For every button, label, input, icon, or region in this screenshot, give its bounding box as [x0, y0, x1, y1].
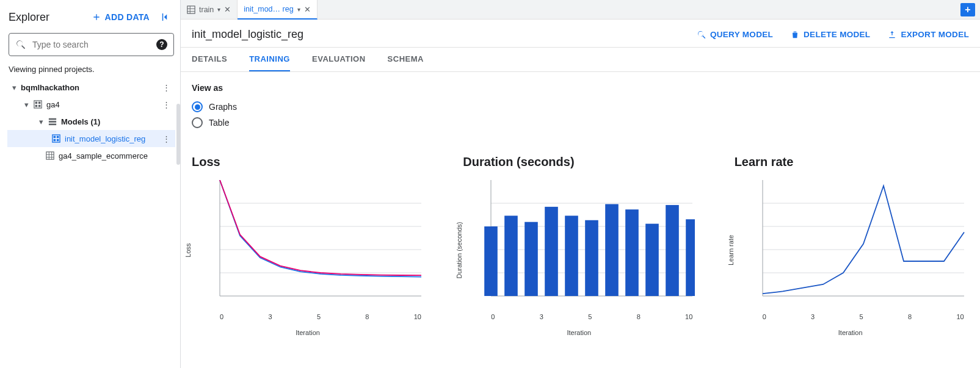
- add-data-button[interactable]: ADD DATA: [92, 12, 150, 22]
- svg-rect-5: [38, 105, 41, 107]
- tree-table[interactable]: ga4_sample_ecommerce: [7, 147, 175, 164]
- x-axis-label: Iteration: [567, 329, 591, 336]
- x-axis-label: Iteration: [296, 329, 320, 336]
- caret-down-icon[interactable]: ▾: [297, 6, 300, 13]
- close-icon[interactable]: ✕: [304, 5, 311, 14]
- svg-rect-8: [49, 124, 56, 126]
- y-axis-label: Loss: [184, 243, 192, 257]
- chart-learn_rate: Learn rateLearn rate035810Iteration: [735, 155, 969, 320]
- view-as-title: View as: [192, 83, 969, 93]
- table-icon: [187, 5, 195, 14]
- dataset-icon: [33, 99, 43, 109]
- view-as-graphs[interactable]: Graphs: [192, 99, 969, 115]
- svg-rect-6: [49, 118, 56, 120]
- svg-rect-35: [485, 226, 498, 296]
- svg-rect-43: [646, 224, 659, 296]
- svg-rect-14: [46, 152, 54, 159]
- chart-plot: Loss035810Iteration: [192, 180, 424, 320]
- svg-rect-42: [626, 209, 639, 296]
- table-icon: [45, 151, 55, 161]
- svg-rect-38: [545, 207, 559, 296]
- svg-rect-40: [586, 220, 599, 296]
- chevron-down-icon: ▾: [10, 83, 18, 92]
- tree-model-selected[interactable]: init_model_logistic_reg ⋮: [7, 130, 175, 147]
- kebab-icon[interactable]: ⋮: [161, 83, 172, 92]
- y-axis-label: Duration (seconds): [456, 222, 463, 279]
- tree-table-label: ga4_sample_ecommerce: [59, 151, 148, 161]
- view-as-table[interactable]: Table: [192, 115, 969, 131]
- chart-plot: Duration (seconds)035810Iteration: [463, 180, 695, 320]
- svg-rect-45: [686, 219, 695, 296]
- svg-rect-44: [666, 205, 680, 296]
- svg-rect-19: [187, 5, 195, 13]
- collapse-sidebar-button[interactable]: [158, 10, 173, 24]
- delete-model-button[interactable]: DELETE MODEL: [790, 30, 870, 40]
- tree-model-label: init_model_logistic_reg: [65, 134, 145, 143]
- search-box[interactable]: ?: [9, 33, 174, 56]
- add-data-label: ADD DATA: [105, 12, 150, 22]
- chart-loss: LossLoss035810Iteration: [192, 155, 426, 320]
- explorer-tree: ▾ bqmlhackathon ⋮ ▾ ga4 ⋮ ▾ Models (1): [7, 79, 175, 164]
- svg-rect-39: [565, 215, 579, 296]
- x-ticks: 035810: [763, 313, 964, 322]
- x-ticks: 035810: [491, 313, 692, 322]
- chart-title: Duration (seconds): [463, 155, 697, 169]
- chart-svg: [192, 180, 424, 308]
- delete-model-label: DELETE MODEL: [804, 30, 870, 39]
- scrollbar[interactable]: [176, 104, 180, 165]
- plus-icon: [92, 12, 101, 22]
- svg-rect-11: [57, 136, 59, 139]
- tree-models-group[interactable]: ▾ Models (1): [7, 113, 175, 130]
- tree-models-group-label: Models (1): [61, 117, 100, 126]
- chart-svg: [463, 180, 695, 308]
- explorer-panel: Explorer ADD DATA ? Viewing pinned proje…: [0, 0, 181, 368]
- svg-rect-2: [35, 102, 38, 104]
- chart-title: Loss: [192, 155, 426, 169]
- chart-plot: Learn rate035810Iteration: [735, 180, 967, 320]
- svg-rect-12: [54, 139, 56, 142]
- svg-rect-10: [54, 136, 56, 139]
- model-icon: [51, 134, 61, 143]
- svg-rect-4: [35, 105, 38, 107]
- svg-rect-3: [38, 102, 41, 104]
- viewing-note: Viewing pinned projects.: [7, 60, 175, 79]
- subtab-evaluation[interactable]: EVALUATION: [312, 48, 366, 71]
- query-model-button[interactable]: QUERY MODEL: [697, 30, 773, 40]
- subtab-training[interactable]: TRAINING: [249, 48, 290, 71]
- caret-down-icon[interactable]: ▾: [217, 6, 220, 13]
- tab-model-label: init_mod… reg: [244, 5, 293, 13]
- search-input[interactable]: [31, 39, 151, 50]
- subtab-details[interactable]: DETAILS: [192, 48, 227, 71]
- subtab-schema[interactable]: SCHEMA: [388, 48, 424, 71]
- explorer-title: Explorer: [9, 11, 49, 24]
- svg-rect-0: [162, 13, 164, 21]
- collapse-icon: [160, 12, 171, 23]
- view-as-table-label: Table: [209, 118, 229, 128]
- tab-model[interactable]: init_mod… reg ▾ ✕: [238, 0, 317, 20]
- close-icon[interactable]: ✕: [224, 5, 231, 14]
- tree-project[interactable]: ▾ bqmlhackathon ⋮: [7, 79, 175, 96]
- svg-rect-41: [606, 204, 619, 296]
- radio-selected-icon: [192, 101, 203, 112]
- chart-title: Learn rate: [735, 155, 969, 169]
- svg-rect-37: [525, 222, 539, 296]
- help-icon[interactable]: ?: [156, 39, 167, 50]
- svg-rect-36: [505, 215, 518, 296]
- export-icon: [887, 30, 897, 40]
- search-icon: [697, 30, 706, 40]
- model-subtabs: DETAILS TRAINING EVALUATION SCHEMA: [181, 48, 980, 72]
- tab-train-label: train: [199, 5, 214, 14]
- new-tab-button[interactable]: +: [960, 3, 975, 16]
- export-model-button[interactable]: EXPORT MODEL: [887, 30, 969, 40]
- view-as-graphs-label: Graphs: [209, 102, 237, 112]
- tab-train[interactable]: train ▾ ✕: [181, 0, 238, 19]
- chart-svg: [735, 180, 967, 308]
- query-model-label: QUERY MODEL: [710, 30, 773, 39]
- page-title: init_model_logistic_reg: [192, 28, 303, 41]
- tree-dataset-label: ga4: [46, 100, 60, 109]
- kebab-icon[interactable]: ⋮: [161, 134, 172, 143]
- tree-dataset[interactable]: ▾ ga4 ⋮: [7, 96, 175, 113]
- x-ticks: 035810: [220, 313, 421, 322]
- kebab-icon[interactable]: ⋮: [161, 100, 172, 109]
- models-icon: [48, 117, 57, 126]
